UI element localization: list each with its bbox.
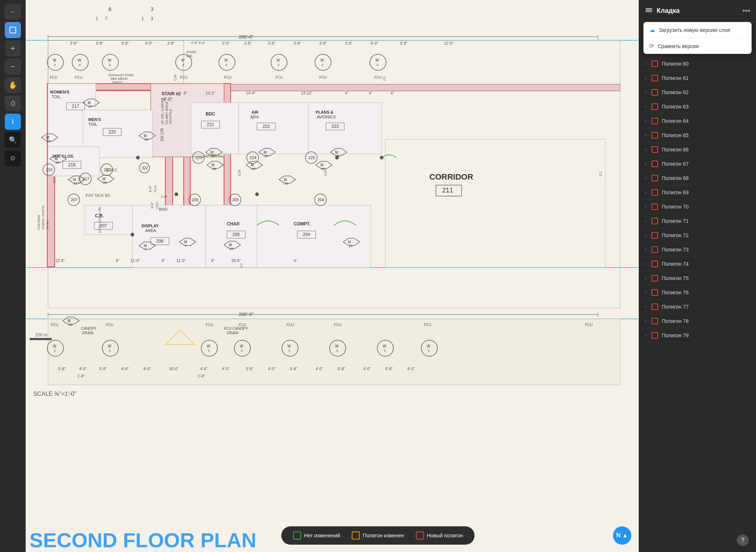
sidebar-title: Кладка xyxy=(657,7,739,15)
right-sidebar: Кладка ••• ☁ Загрузить новую версию слоя… xyxy=(639,0,756,552)
polygon-list-item[interactable]: › Полигон 65 xyxy=(639,128,756,143)
polygon-checkbox[interactable] xyxy=(652,89,658,96)
svg-text:TOIL.: TOIL. xyxy=(88,122,98,126)
compare-versions-item[interactable]: ⟳ Сравнить версии xyxy=(643,38,752,54)
svg-text:FCU: FCU xyxy=(180,76,188,80)
legend-unchanged: Нет изменений xyxy=(293,531,340,540)
polygon-checkbox[interactable] xyxy=(652,189,658,196)
svg-text:FCU: FCU xyxy=(206,323,213,327)
svg-text:1: 1 xyxy=(54,349,56,353)
north-arrow: N ▲ xyxy=(613,526,631,545)
polygon-checkbox[interactable] xyxy=(652,203,658,210)
polygon-checkbox[interactable] xyxy=(652,303,658,310)
svg-text:FCU: FCU xyxy=(374,76,382,80)
polygon-checkbox[interactable] xyxy=(652,103,658,110)
svg-text:10: 10 xyxy=(285,182,288,185)
svg-text:FCU CANOPY: FCU CANOPY xyxy=(224,327,248,331)
svg-text:W: W xyxy=(108,58,111,62)
floor-plan-canvas[interactable]: STAIR #2 8'-0" WOMEN'S TOIL. 217 MEN'S T… xyxy=(26,0,639,552)
polygon-list-item[interactable]: › Полигон 72 xyxy=(639,228,756,243)
polygon-list-item[interactable]: › Полигон 77 xyxy=(639,300,756,314)
polygon-label: Полигон 71 xyxy=(662,218,689,224)
svg-text:216: 216 xyxy=(46,168,52,172)
select-button[interactable] xyxy=(5,22,21,38)
polygon-checkbox[interactable] xyxy=(652,332,658,339)
polygon-list-item[interactable]: › Полигон 69 xyxy=(639,185,756,200)
svg-text:M: M xyxy=(55,157,58,161)
polygon-list-item[interactable]: › Полигон 67 xyxy=(639,157,756,171)
polygon-checkbox[interactable] xyxy=(652,60,658,67)
settings-button[interactable]: ⚙ xyxy=(5,150,21,166)
polygon-checkbox[interactable] xyxy=(652,132,658,139)
polygon-list-item[interactable]: › Полигон 61 xyxy=(639,71,756,85)
polygon-checkbox[interactable] xyxy=(652,275,658,281)
svg-text:207: 207 xyxy=(71,198,77,202)
polygon-list-item[interactable]: › Полигон 60 xyxy=(639,57,756,71)
upload-label: Загрузить новую версию слоя xyxy=(659,27,730,33)
chevron-right-icon: › xyxy=(645,147,646,152)
cursor-button[interactable]: ✋ xyxy=(5,77,21,93)
polygon-list-item[interactable]: › Полигон 76 xyxy=(639,286,756,300)
polygon-list-item[interactable]: › Полигон 74 xyxy=(639,257,756,271)
polygon-list-item[interactable]: › Полигон 71 xyxy=(639,214,756,228)
polygon-list-item[interactable]: › Полигон 73 xyxy=(639,243,756,257)
polygon-list-item[interactable]: › Полигон 63 xyxy=(639,100,756,114)
upload-version-item[interactable]: ☁ Загрузить новую версию слоя xyxy=(643,22,752,38)
svg-rect-311 xyxy=(646,8,652,9)
polygon-checkbox[interactable] xyxy=(652,175,658,181)
zoom-in-button[interactable]: + xyxy=(5,40,21,56)
svg-text:1: 1 xyxy=(428,349,430,353)
polygon-list-item[interactable]: › Полигон 62 xyxy=(639,85,756,100)
svg-text:M: M xyxy=(144,244,147,248)
svg-text:3'-8": 3'-8" xyxy=(121,41,129,45)
polygon-checkbox[interactable] xyxy=(652,218,658,224)
polygon-list-item[interactable]: › Полигон 79 xyxy=(639,328,756,343)
svg-rect-40 xyxy=(239,103,308,154)
polygon-checkbox[interactable] xyxy=(652,289,658,296)
polygon-list-item[interactable]: › Полигон 64 xyxy=(639,114,756,128)
svg-text:15: 15 xyxy=(230,247,233,251)
polygon-checkbox[interactable] xyxy=(652,146,658,153)
polygon-label: Полигон 68 xyxy=(662,175,689,181)
sidebar-more-button[interactable]: ••• xyxy=(742,7,750,15)
polygon-checkbox[interactable] xyxy=(652,161,658,167)
chevron-right-icon: › xyxy=(645,190,646,195)
polygon-label: Полигон 74 xyxy=(662,261,689,267)
svg-text:FOLDING: FOLDING xyxy=(37,215,41,229)
svg-text:9'-0": 9'-0" xyxy=(150,202,154,209)
svg-text:4'-0": 4'-0" xyxy=(200,367,208,371)
svg-text:M: M xyxy=(348,240,351,244)
polygon-list-item[interactable]: › Полигон 78 xyxy=(639,314,756,328)
svg-text:SCUTTLE: SCUTTLE xyxy=(169,109,172,124)
polygon-list-item[interactable]: › Полигон 66 xyxy=(639,143,756,157)
svg-text:AIR: AIR xyxy=(252,110,258,114)
polygon-checkbox[interactable] xyxy=(652,246,658,253)
svg-text:1: 1 xyxy=(336,349,338,353)
svg-text:FCU: FCU xyxy=(239,323,246,327)
zoom-out-button[interactable]: − xyxy=(5,59,21,75)
svg-point-306 xyxy=(131,233,134,236)
info-button[interactable]: i xyxy=(5,114,21,130)
polygon-checkbox[interactable] xyxy=(652,318,658,324)
svg-text:16: 16 xyxy=(47,140,51,143)
polygon-checkbox[interactable] xyxy=(652,118,658,124)
svg-text:4": 4" xyxy=(369,91,373,95)
svg-text:CJX: CJX xyxy=(77,177,81,183)
polygon-label: Полигон 72 xyxy=(662,232,689,238)
svg-text:CJX: CJX xyxy=(173,74,177,81)
polygon-checkbox[interactable] xyxy=(652,75,658,81)
polygon-label: Полигон 64 xyxy=(662,118,689,124)
legend-new: Новый полигон xyxy=(416,531,463,540)
context-menu: ☁ Загрузить новую версию слоя ⟳ Сравнить… xyxy=(643,22,752,54)
polygon-list-item[interactable]: › Полигон 68 xyxy=(639,171,756,185)
help-button[interactable]: ? xyxy=(737,534,749,546)
polygon-list-item[interactable]: › Полигон 75 xyxy=(639,271,756,286)
polygon-list-item[interactable]: › Полигон 70 xyxy=(639,200,756,214)
polygon-checkbox[interactable] xyxy=(652,232,658,239)
print-button[interactable]: ⎙ xyxy=(5,95,21,111)
polygon-list[interactable]: › Полигон 60 › Полигон 61 › Полигон 62 ›… xyxy=(639,57,756,552)
back-button[interactable]: ← xyxy=(5,4,21,20)
svg-text:220: 220 xyxy=(104,168,110,172)
search-button[interactable]: 🔍 xyxy=(5,132,21,148)
polygon-checkbox[interactable] xyxy=(652,261,658,267)
